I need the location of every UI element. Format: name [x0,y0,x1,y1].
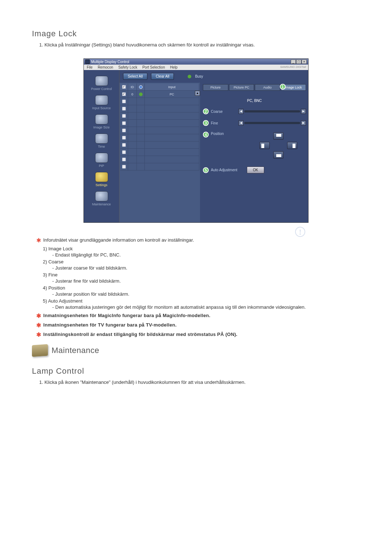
info-star-1: ✱ Inforutnätet visar grundläggande infor… [36,237,370,244]
row-checkbox[interactable] [122,107,126,111]
callout-4-icon: 4 [203,132,209,138]
row-id: 0 [128,91,137,98]
coarse-track[interactable] [244,110,300,112]
coarse-label: Coarse [211,110,236,114]
row-checkbox[interactable] [122,99,126,103]
sidebar-item-image-size[interactable]: Image Size [87,113,116,131]
app-window: Multiple Display Control _ □ × File Remo… [83,58,309,223]
window-title: Multiple Display Control [91,60,129,64]
grid-head-input[interactable]: Input [145,83,199,90]
info-star-2: ✱ Inmatningsenheten för MagicInfo funger… [36,313,370,319]
row-checkbox[interactable] [122,143,126,147]
table-row[interactable]: 0 PC [120,91,199,98]
info-item-4-sub: - Justerar position för vald bildskärm. [52,291,370,297]
position-label: Position [211,132,236,136]
info-item-2: 2) Coarse [43,259,370,264]
section-title-lamp: Lamp Control [32,366,370,376]
position-right-button[interactable] [287,142,297,149]
tab-picture-pc[interactable]: Picture PC [229,84,254,91]
info-item-3: 3) Fine [43,272,370,278]
sidebar-item-input[interactable]: Input Source [87,94,116,112]
info-item-1-sub: - Endast tillgängligt för PC, BNC. [52,252,370,258]
menu-port-selection[interactable]: Port Selection [142,65,165,69]
app-icon [85,59,90,64]
maximize-button[interactable]: □ [296,59,301,64]
select-all-button[interactable]: Select All [123,73,147,80]
row-checkbox[interactable] [122,157,126,161]
menu-remocon[interactable]: Remocon [98,65,113,69]
row-checkbox[interactable] [122,114,126,118]
row-checkbox[interactable] [122,150,126,154]
position-row: 4 Position [203,132,306,159]
settings-panel: Picture Picture PC Audio 1 Image Lock PC… [200,83,308,222]
position-left-button[interactable] [260,142,270,149]
menu-file[interactable]: File [87,65,93,69]
sidebar-item-maintenance[interactable]: Maintenance [87,190,116,208]
busy-label: Busy [195,74,203,78]
menu-safety-lock[interactable]: Safety Lock [118,65,137,69]
brand-label: SAMSUNG DIGITall [280,65,306,69]
maintenance-cube-icon [32,344,48,357]
coarse-increase-button[interactable]: ▶ [301,109,306,114]
tab-image-lock[interactable]: 1 Image Lock [281,84,306,91]
minimize-button[interactable]: _ [291,59,296,64]
row-checkbox[interactable] [122,128,126,132]
row-checkbox[interactable] [122,136,126,140]
row-checkbox[interactable] [122,92,126,96]
menu-help[interactable]: Help [170,65,177,69]
info-star-2-text: Inmatningsenheten för MagicInfo fungerar… [43,313,210,318]
tab-image-lock-label: Image Lock [285,86,302,89]
grid-head-check[interactable] [120,83,128,90]
info-item-3-sub: - Justerar fine för vald bildskärm. [52,278,370,284]
sidebar-item-settings[interactable]: Settings [87,171,116,189]
info-star-3-text: Inmatningsenheten för TV fungerar bara p… [43,322,176,328]
sidebar-label-maintenance: Maintenance [92,202,111,206]
display-grid: ID Input ▲ 0 PC [119,83,200,222]
close-button[interactable]: × [302,59,307,64]
row-checkbox[interactable] [122,165,126,169]
fine-slider[interactable]: ◀ ▶ [238,120,306,126]
info-item-5-sub-prefix: - [52,304,54,310]
grid-head-status[interactable] [137,83,145,90]
sidebar-item-time[interactable]: Time [87,132,116,151]
star-icon: ✱ [36,332,41,338]
info-icon[interactable]: ! [295,227,305,237]
position-up-button[interactable] [273,132,283,140]
ok-button[interactable]: OK [247,167,264,173]
sidebar-item-power[interactable]: Power Control [87,74,116,93]
scroll-up-button[interactable]: ▲ [195,91,200,96]
clear-all-button[interactable]: Clear All [151,73,174,80]
window-buttons: _ □ × [291,59,307,64]
maintenance-heading-row: Maintenance [32,345,370,356]
tab-picture[interactable]: Picture [203,84,228,91]
info-item-5-sub: - Den automatiska justeringen gör det mö… [52,304,370,310]
position-down-button[interactable] [273,151,283,159]
maintenance-heading: Maintenance [52,346,99,355]
pip-icon [95,153,108,163]
grid-head-id[interactable]: ID [128,83,137,90]
info-item-4: 4) Position [43,285,370,291]
coarse-decrease-button[interactable]: ◀ [238,109,244,114]
coarse-slider[interactable]: ◀ ▶ [238,109,306,114]
sidebar-item-pip[interactable]: PIP [87,151,116,170]
auto-adjust-row: 5 Auto Adjustment OK [203,167,306,173]
lamp-intro: 1. Klicka på ikonen "Maintenance" (under… [39,379,370,385]
info-star-4-text: Inställningskontroll är endast tillgängl… [43,332,237,337]
callout-1-icon: 1 [280,84,286,90]
fine-increase-button[interactable]: ▶ [301,120,306,126]
busy-indicator-icon [188,75,191,78]
info-item-5-sub-text: Den automatiska justeringen gör det möjl… [55,304,306,310]
star-icon: ✱ [36,237,41,244]
time-icon [95,134,108,144]
fine-label: Fine [211,121,236,125]
menu-bar: File Remocon Safety Lock Port Selection … [84,65,308,70]
row-checkbox[interactable] [122,121,126,125]
sidebar-label-power: Power Control [91,87,112,91]
auto-adjust-label: Auto Adjustment [211,168,237,172]
fine-decrease-button[interactable]: ◀ [238,120,244,126]
callout-5-icon: 5 [203,167,209,173]
info-star-3: ✱ Inmatningsenheten för TV fungerar bara… [36,322,370,329]
tab-audio[interactable]: Audio [255,84,280,91]
settings-icon [95,172,108,182]
fine-track[interactable] [244,122,300,124]
